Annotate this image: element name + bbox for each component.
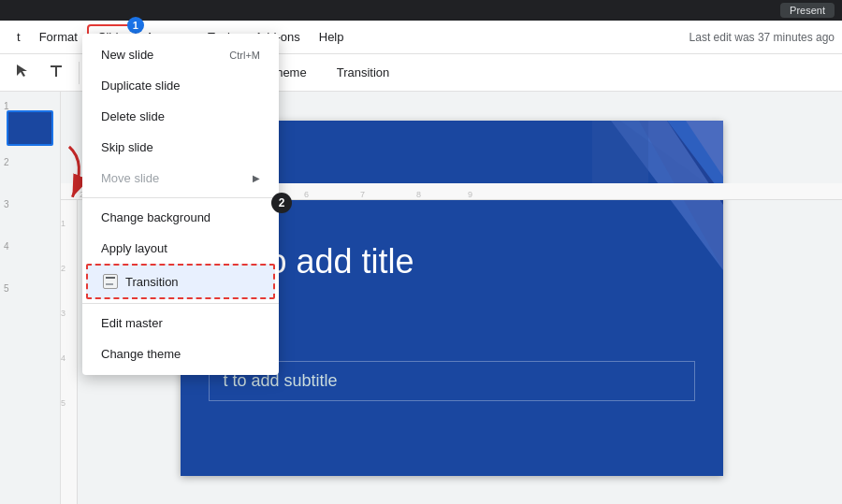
toolbar-transition-btn[interactable]: Transition: [324, 60, 403, 85]
dropdown-divider-1: [82, 197, 279, 198]
slides-panel: 1 2 3 4 5: [0, 92, 61, 504]
toolbar-separator: [79, 62, 80, 84]
menu-transition[interactable]: Transition: [86, 264, 275, 299]
menu-item-t[interactable]: t: [7, 26, 30, 48]
slide-number-2: 2: [4, 157, 9, 167]
new-slide-kbd: Ctrl+M: [229, 50, 260, 61]
menu-change-background[interactable]: Change background: [82, 202, 279, 233]
menu-item-help[interactable]: Help: [310, 26, 354, 48]
dropdown-divider-2: [82, 303, 279, 304]
menu-delete-slide[interactable]: Delete slide: [82, 101, 279, 132]
svg-marker-0: [17, 65, 27, 77]
menu-change-theme[interactable]: Change theme: [82, 338, 279, 369]
slide-thumbnail-1[interactable]: [7, 110, 53, 146]
menu-skip-slide[interactable]: Skip slide: [82, 132, 279, 163]
menu-duplicate-slide[interactable]: Duplicate slide: [82, 70, 279, 101]
slide-dropdown-menu: New slide Ctrl+M Duplicate slide Delete …: [82, 34, 279, 375]
menu-edit-master[interactable]: Edit master: [82, 308, 279, 338]
last-edit-text: Last edit was 37 minutes ago: [690, 31, 835, 44]
toolbar-select-btn[interactable]: [7, 60, 37, 85]
menu-move-slide: Move slide: [82, 163, 279, 194]
chrome-bar: Present: [0, 0, 842, 21]
menu-item-format[interactable]: Format: [30, 26, 87, 48]
svg-rect-2: [55, 65, 57, 77]
ruler-vertical: 12345: [61, 200, 78, 504]
slide-number-4: 4: [4, 241, 9, 252]
toolbar-text-btn[interactable]: [41, 60, 71, 85]
transition-icon: [103, 274, 118, 289]
badge-1: 1: [127, 17, 144, 34]
slide-subtitle-box[interactable]: t to add subtitle: [209, 361, 695, 401]
slide-decoration: [517, 121, 723, 289]
slide-number-5: 5: [4, 283, 9, 294]
slide-number-1: 1: [4, 101, 9, 111]
menu-apply-layout[interactable]: Apply layout: [82, 233, 279, 264]
slide-number-3: 3: [4, 199, 9, 209]
menu-new-slide[interactable]: New slide Ctrl+M: [82, 39, 279, 70]
badge-2: 2: [271, 193, 292, 213]
present-button[interactable]: Present: [780, 3, 835, 18]
